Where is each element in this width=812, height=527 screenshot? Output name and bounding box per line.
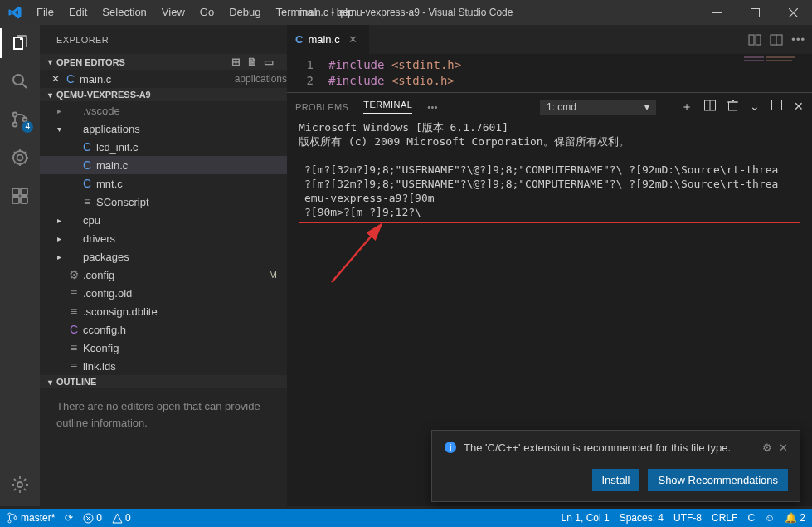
status-language[interactable]: C bbox=[747, 512, 755, 524]
kill-terminal-icon[interactable] bbox=[727, 100, 738, 115]
svg-rect-11 bbox=[21, 188, 27, 195]
line-number: 1 bbox=[287, 57, 328, 73]
tree-item[interactable]: ▸packages bbox=[40, 247, 287, 266]
notification-close-icon[interactable]: ✕ bbox=[779, 442, 788, 454]
new-file-icon[interactable]: ⊞ bbox=[227, 56, 244, 68]
more-icon[interactable]: ••• bbox=[791, 33, 805, 46]
extensions-icon[interactable] bbox=[8, 184, 32, 207]
compare-icon[interactable] bbox=[748, 33, 761, 46]
chevron-down-icon[interactable]: ⌄ bbox=[750, 100, 760, 115]
editor-tab[interactable]: C main.c ✕ bbox=[287, 25, 370, 54]
problems-tab[interactable]: PROBLEMS bbox=[295, 102, 348, 112]
status-notifications[interactable]: 🔔2 bbox=[785, 512, 805, 524]
show-recommendations-button[interactable]: Show Recommendations bbox=[648, 469, 788, 491]
split-icon[interactable] bbox=[770, 33, 783, 46]
tree-item[interactable]: Clcd_init.c bbox=[40, 138, 287, 156]
menu-file[interactable]: File bbox=[29, 0, 61, 25]
status-eol[interactable]: CRLF bbox=[712, 512, 737, 524]
tab-label: main.c bbox=[308, 33, 339, 46]
install-button[interactable]: Install bbox=[592, 469, 640, 491]
terminal-line: ?[m?[32m?]9;8;"USERNAME"?\@?]9;8;"COMPUT… bbox=[304, 177, 795, 191]
activity-bar: 4 bbox=[0, 25, 40, 506]
code-editor[interactable]: 1#include <stdint.h>2#include <stdio.h> bbox=[287, 54, 812, 92]
settings-icon[interactable] bbox=[8, 473, 32, 496]
new-terminal-icon[interactable]: ＋ bbox=[681, 100, 693, 115]
project-header[interactable]: ▾ QEMU-VEXPRESS-A9 bbox=[40, 88, 287, 101]
terminal-line: ?[m?[32m?]9;8;"USERNAME"?\@?]9;8;"COMPUT… bbox=[304, 163, 795, 177]
chevron-icon: ▸ bbox=[53, 216, 65, 225]
panel-more-icon[interactable]: ••• bbox=[427, 102, 438, 112]
close-all-icon[interactable]: ▭ bbox=[260, 56, 277, 68]
file-icon: C bbox=[78, 159, 96, 172]
open-editors-header[interactable]: ▾ OPEN EDITORS ⊞ 🗎 ▭ bbox=[40, 54, 287, 70]
status-sync[interactable]: ⟳ bbox=[65, 512, 73, 524]
outline-header[interactable]: ▾ OUTLINE bbox=[40, 375, 287, 388]
svg-rect-14 bbox=[756, 35, 761, 45]
tree-item[interactable]: ≡Kconfig bbox=[40, 339, 287, 357]
split-terminal-icon[interactable] bbox=[704, 100, 716, 115]
tree-item[interactable]: Cmnt.c bbox=[40, 174, 287, 193]
menu-selection[interactable]: Selection bbox=[95, 0, 153, 25]
svg-point-27 bbox=[8, 520, 11, 523]
file-icon: C bbox=[78, 177, 96, 190]
tree-item[interactable]: ▾applications bbox=[40, 120, 287, 138]
close-panel-icon[interactable]: ✕ bbox=[794, 100, 804, 115]
file-icon: ≡ bbox=[65, 286, 83, 300]
explorer-icon[interactable] bbox=[8, 32, 32, 55]
tree-item[interactable]: Ccconfig.h bbox=[40, 320, 287, 339]
svg-rect-22 bbox=[772, 100, 782, 110]
open-editor-item[interactable]: ✕ C main.c applications bbox=[40, 70, 287, 88]
line-number: 2 bbox=[287, 73, 328, 89]
maximize-button[interactable] bbox=[736, 0, 774, 25]
chevron-down-icon: ▾ bbox=[43, 90, 56, 100]
status-feedback-icon[interactable]: ☺ bbox=[765, 512, 775, 524]
file-label: .vscode bbox=[83, 105, 287, 117]
menu-edit[interactable]: Edit bbox=[61, 0, 95, 25]
c-file-icon: C bbox=[61, 72, 80, 85]
status-encoding[interactable]: UTF-8 bbox=[673, 512, 702, 524]
tree-item[interactable]: ≡SConscript bbox=[40, 193, 287, 211]
notification-settings-icon[interactable]: ⚙ bbox=[762, 442, 772, 454]
terminal-body[interactable]: Microsoft Windows [版本 6.1.7601]版权所有 (c) … bbox=[287, 120, 812, 223]
chevron-icon: ▸ bbox=[53, 234, 65, 243]
file-label: applications bbox=[83, 123, 287, 135]
tab-close-icon[interactable]: ✕ bbox=[345, 33, 361, 46]
file-tree: ▸.vscode▾applicationsClcd_init.cCmain.cC… bbox=[40, 101, 287, 375]
tree-item[interactable]: ▸drivers bbox=[40, 229, 287, 247]
tree-item[interactable]: ≡.config.old bbox=[40, 284, 287, 302]
debug-icon[interactable] bbox=[8, 146, 32, 169]
tree-item[interactable]: ▸cpu bbox=[40, 211, 287, 229]
search-icon[interactable] bbox=[8, 70, 32, 93]
terminal-line: emu-vexpress-a9?[90m bbox=[304, 191, 795, 205]
menu-view[interactable]: View bbox=[154, 0, 192, 25]
status-errors[interactable]: 0 bbox=[83, 512, 102, 524]
editor-actions: ••• bbox=[748, 25, 812, 54]
svg-rect-10 bbox=[21, 197, 27, 203]
tree-item[interactable]: Cmain.c bbox=[40, 156, 287, 174]
vscode-logo bbox=[0, 5, 29, 20]
close-button[interactable] bbox=[774, 0, 812, 25]
save-all-icon[interactable]: 🗎 bbox=[244, 56, 260, 68]
maximize-panel-icon[interactable] bbox=[771, 100, 782, 115]
status-branch[interactable]: master* bbox=[7, 512, 55, 524]
file-icon: ⚙ bbox=[65, 268, 83, 281]
status-lncol[interactable]: Ln 1, Col 1 bbox=[562, 512, 610, 524]
minimize-button[interactable] bbox=[698, 0, 736, 25]
svg-rect-13 bbox=[749, 35, 754, 45]
menu-go[interactable]: Go bbox=[192, 0, 221, 25]
status-warnings[interactable]: 0 bbox=[112, 512, 131, 524]
terminal-tab[interactable]: TERMINAL bbox=[363, 100, 412, 114]
status-spaces[interactable]: Spaces: 4 bbox=[620, 512, 664, 524]
terminal-line: Microsoft Windows [版本 6.1.7601] bbox=[299, 120, 800, 134]
tree-item[interactable]: ≡.sconsign.dblite bbox=[40, 302, 287, 320]
window-controls bbox=[698, 0, 812, 25]
terminal-selector[interactable]: 1: cmd ▾ bbox=[540, 100, 656, 115]
tree-item[interactable]: ▸.vscode bbox=[40, 101, 287, 120]
tree-item[interactable]: ≡link.lds bbox=[40, 357, 287, 375]
tree-item[interactable]: ⚙.configM bbox=[40, 266, 287, 284]
scm-icon[interactable]: 4 bbox=[8, 108, 32, 131]
menu-debug[interactable]: Debug bbox=[221, 0, 268, 25]
chevron-icon: ▸ bbox=[53, 106, 65, 115]
explorer-header: EXPLORER bbox=[40, 25, 287, 54]
close-editor-icon[interactable]: ✕ bbox=[50, 73, 61, 85]
